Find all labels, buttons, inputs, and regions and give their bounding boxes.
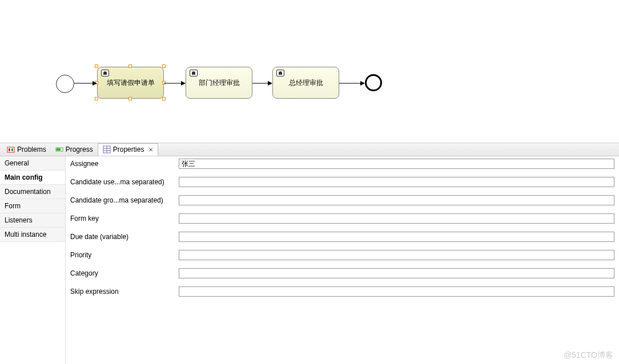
priority-input[interactable]	[179, 250, 614, 260]
sequence-flow-icon[interactable]	[339, 80, 365, 87]
resize-handle[interactable]	[162, 97, 166, 100]
task-dept-manager-approve[interactable]: 部门经理审批	[186, 67, 252, 99]
properties-panel: General Main config Documentation Form L…	[0, 156, 619, 364]
due-date-label: Due date (variable)	[70, 233, 179, 241]
sequence-flow-icon[interactable]	[252, 80, 272, 87]
category-input[interactable]	[179, 268, 614, 278]
form-key-label: Form key	[70, 215, 179, 223]
form-key-input[interactable]	[179, 213, 614, 224]
user-task-icon	[190, 70, 198, 76]
task-label: 填写请假申请单	[107, 78, 155, 88]
tab-problems[interactable]: Problems	[2, 144, 51, 155]
svg-marker-7	[360, 81, 365, 86]
skip-expression-input[interactable]	[179, 286, 614, 297]
sidebar-item-label: General	[5, 159, 29, 167]
progress-icon	[55, 145, 63, 153]
tab-label: Progress	[66, 145, 93, 153]
resize-handle[interactable]	[95, 64, 98, 68]
svg-marker-1	[93, 81, 97, 86]
assignee-input[interactable]	[179, 159, 614, 169]
sidebar-item-multi-instance[interactable]: Multi instance	[0, 228, 65, 242]
resize-handle[interactable]	[128, 64, 132, 68]
skip-expression-label: Skip expression	[70, 288, 179, 296]
sequence-flow-icon[interactable]	[164, 80, 186, 87]
tab-properties[interactable]: Properties ✕	[98, 143, 159, 156]
sidebar-item-general[interactable]: General	[0, 156, 65, 171]
close-icon[interactable]: ✕	[148, 147, 153, 153]
sidebar-item-main-config[interactable]: Main config	[0, 171, 65, 185]
priority-label: Priority	[70, 251, 179, 259]
tab-label: Properties	[113, 145, 144, 153]
end-event[interactable]	[365, 74, 382, 91]
sidebar-item-listeners[interactable]: Listeners	[0, 213, 65, 228]
user-task-icon	[101, 70, 109, 76]
properties-section-list: General Main config Documentation Form L…	[0, 156, 65, 364]
bpmn-canvas[interactable]: 填写请假申请单 部门经理审批 总经理审批	[0, 0, 619, 143]
candidate-users-input[interactable]	[179, 177, 614, 187]
resize-handle[interactable]	[162, 64, 166, 68]
svg-marker-5	[268, 81, 272, 86]
resize-handle[interactable]	[128, 97, 132, 100]
form-area: Assignee Candidate use...ma separated) C…	[65, 156, 619, 364]
sidebar-item-label: Documentation	[5, 188, 51, 196]
sidebar-item-label: Main config	[5, 173, 43, 181]
candidate-groups-input[interactable]	[179, 195, 614, 205]
watermark: @51CTO博客	[564, 350, 613, 361]
start-event[interactable]	[56, 75, 74, 93]
task-fill-leave-request[interactable]: 填写请假申请单	[97, 67, 164, 99]
sidebar-item-documentation[interactable]: Documentation	[0, 185, 65, 199]
tab-progress[interactable]: Progress	[51, 144, 98, 155]
task-label: 部门经理审批	[199, 78, 240, 88]
problems-icon	[7, 145, 15, 153]
properties-icon	[103, 145, 111, 153]
assignee-label: Assignee	[70, 160, 179, 168]
task-label: 总经理审批	[289, 78, 323, 88]
svg-rect-9	[9, 148, 10, 151]
due-date-input[interactable]	[179, 232, 614, 242]
sequence-flow-icon[interactable]	[74, 80, 97, 87]
task-general-manager-approve[interactable]: 总经理审批	[272, 67, 339, 99]
svg-rect-12	[57, 148, 61, 151]
resize-handle[interactable]	[95, 97, 98, 100]
candidate-users-label: Candidate use...ma separated)	[70, 178, 179, 186]
sidebar-item-label: Listeners	[5, 216, 33, 224]
view-tabstrip: Problems Progress Properties ✕	[0, 143, 619, 156]
svg-rect-8	[7, 147, 14, 152]
sidebar-item-label: Multi instance	[5, 230, 46, 238]
sidebar-item-label: Form	[5, 202, 21, 210]
svg-marker-3	[181, 81, 186, 86]
candidate-groups-label: Candidate gro...ma separated)	[70, 196, 179, 204]
user-task-icon	[276, 70, 284, 76]
svg-rect-10	[11, 148, 13, 151]
tab-label: Problems	[17, 145, 46, 153]
sidebar-item-form[interactable]: Form	[0, 199, 65, 213]
category-label: Category	[70, 269, 179, 277]
